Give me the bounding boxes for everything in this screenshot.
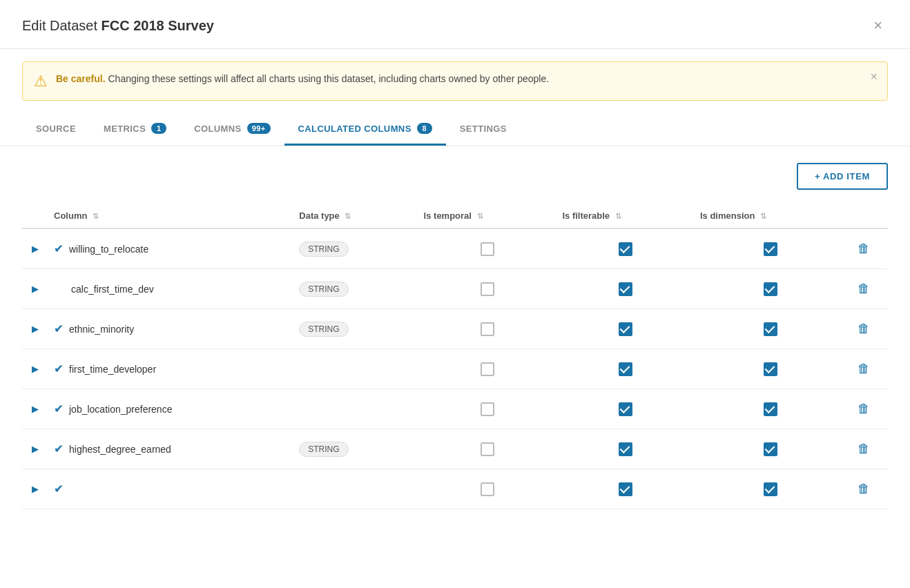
tab-source[interactable]: SOURCE — [22, 114, 90, 146]
toolbar: + ADD ITEM — [22, 163, 888, 190]
warning-icon: ⚠ — [34, 72, 48, 90]
dtype-cell: STRING — [293, 429, 418, 469]
is-filterable-cell[interactable] — [556, 389, 695, 429]
delete-row-button[interactable]: 🗑 — [852, 399, 875, 419]
expand-row-button[interactable]: ▶ — [28, 322, 43, 335]
tab-calculated-columns[interactable]: CALCULATED COLUMNS 8 — [284, 113, 446, 146]
tab-metrics[interactable]: METRICS 1 — [90, 113, 180, 146]
is-dimension-checkbox[interactable] — [764, 442, 777, 456]
column-name-label: first_time_developer — [69, 364, 156, 375]
table-wrap: Column ⇅ Data type ⇅ Is temporal ⇅ Is — [22, 204, 888, 509]
is-filterable-checkbox[interactable] — [619, 242, 632, 256]
delete-row-button[interactable]: 🗑 — [852, 479, 875, 499]
is-dimension-cell[interactable] — [695, 309, 846, 349]
table-row: ▶calc_first_time_devSTRING🗑 — [22, 269, 888, 309]
is-dimension-checkbox[interactable] — [764, 282, 777, 296]
tab-settings[interactable]: SETTINGS — [446, 114, 521, 146]
delete-row-button[interactable]: 🗑 — [852, 359, 875, 379]
is-filterable-cell[interactable] — [556, 309, 695, 349]
dtype-cell: STRING — [293, 228, 418, 269]
is-dimension-cell[interactable] — [695, 269, 846, 309]
table-row: ▶✔highest_degree_earnedSTRING🗑 — [22, 429, 888, 469]
is-filterable-checkbox[interactable] — [619, 442, 632, 456]
table-header-row: Column ⇅ Data type ⇅ Is temporal ⇅ Is — [22, 204, 888, 228]
delete-cell: 🗑 — [846, 269, 888, 309]
is-temporal-checkbox[interactable] — [481, 242, 494, 256]
delete-row-button[interactable]: 🗑 — [852, 319, 875, 339]
is-dimension-cell[interactable] — [695, 389, 846, 429]
filterable-sort-icon[interactable]: ⇅ — [615, 212, 621, 220]
column-name-cell: ✔first_time_developer — [54, 362, 288, 376]
is-temporal-cell[interactable] — [418, 429, 557, 469]
dimension-sort-icon[interactable]: ⇅ — [760, 212, 766, 220]
datatype-sort-icon[interactable]: ⇅ — [345, 212, 351, 220]
is-dimension-checkbox[interactable] — [764, 242, 777, 256]
modal-container: Edit Dataset FCC 2018 Survey × ⚠ Be care… — [0, 0, 910, 588]
is-filterable-checkbox[interactable] — [619, 322, 632, 336]
is-dimension-cell[interactable] — [695, 349, 846, 389]
table-row: ▶✔first_time_developer🗑 — [22, 349, 888, 389]
warning-bold: Be careful. — [56, 73, 106, 84]
is-temporal-cell[interactable] — [418, 269, 557, 309]
column-name-cell: ✔job_location_preference — [54, 402, 288, 416]
column-sort-icon[interactable]: ⇅ — [93, 212, 99, 220]
is-temporal-cell[interactable] — [418, 349, 557, 389]
tab-source-label: SOURCE — [36, 124, 76, 134]
is-temporal-checkbox[interactable] — [481, 282, 494, 296]
tab-calculated-columns-label: CALCULATED COLUMNS — [298, 124, 412, 134]
is-temporal-checkbox[interactable] — [481, 482, 494, 496]
th-datatype: Data type ⇅ — [293, 204, 418, 228]
is-dimension-checkbox[interactable] — [764, 482, 777, 496]
is-dimension-checkbox[interactable] — [764, 322, 777, 336]
delete-row-button[interactable]: 🗑 — [852, 439, 875, 459]
th-temporal: Is temporal ⇅ — [418, 204, 557, 228]
add-item-button[interactable]: + ADD ITEM — [797, 163, 888, 190]
delete-cell: 🗑 — [846, 469, 888, 509]
is-temporal-checkbox[interactable] — [481, 402, 494, 416]
table-row: ▶✔🗑 — [22, 469, 888, 509]
expand-row-button[interactable]: ▶ — [28, 442, 43, 455]
is-temporal-checkbox[interactable] — [481, 362, 494, 376]
expand-row-button[interactable]: ▶ — [28, 402, 43, 415]
warning-dismiss-button[interactable]: × — [870, 70, 878, 83]
is-dimension-checkbox[interactable] — [764, 362, 777, 376]
th-actions — [846, 204, 888, 228]
is-filterable-cell[interactable] — [556, 349, 695, 389]
table-row: ▶✔job_location_preference🗑 — [22, 389, 888, 429]
is-filterable-cell[interactable] — [556, 228, 695, 269]
is-filterable-checkbox[interactable] — [619, 482, 632, 496]
delete-cell: 🗑 — [846, 228, 888, 269]
dtype-badge: STRING — [299, 322, 348, 337]
column-name-label: highest_degree_earned — [69, 444, 171, 455]
expand-row-button[interactable]: ▶ — [28, 242, 43, 255]
is-temporal-cell[interactable] — [418, 309, 557, 349]
expand-row-button[interactable]: ▶ — [28, 362, 43, 375]
tab-columns[interactable]: COLUMNS 99+ — [180, 113, 284, 146]
th-expand — [22, 204, 48, 228]
is-dimension-cell[interactable] — [695, 228, 846, 269]
is-temporal-checkbox[interactable] — [481, 322, 494, 336]
is-dimension-cell[interactable] — [695, 469, 846, 509]
tab-calculated-columns-badge: 8 — [417, 123, 432, 134]
is-dimension-cell[interactable] — [695, 429, 846, 469]
modal-header: Edit Dataset FCC 2018 Survey × — [0, 0, 910, 49]
close-button[interactable]: × — [868, 15, 888, 36]
is-filterable-checkbox[interactable] — [619, 402, 632, 416]
is-temporal-cell[interactable] — [418, 469, 557, 509]
temporal-sort-icon[interactable]: ⇅ — [477, 212, 483, 220]
delete-row-button[interactable]: 🗑 — [852, 279, 875, 299]
is-filterable-checkbox[interactable] — [619, 362, 632, 376]
is-dimension-checkbox[interactable] — [764, 402, 777, 416]
is-filterable-checkbox[interactable] — [619, 282, 632, 296]
is-temporal-cell[interactable] — [418, 228, 557, 269]
is-temporal-checkbox[interactable] — [481, 442, 494, 456]
delete-row-button[interactable]: 🗑 — [852, 239, 875, 259]
tab-columns-label: COLUMNS — [194, 124, 241, 134]
is-temporal-cell[interactable] — [418, 389, 557, 429]
is-filterable-cell[interactable] — [556, 429, 695, 469]
expand-row-button[interactable]: ▶ — [28, 282, 43, 295]
columns-table: Column ⇅ Data type ⇅ Is temporal ⇅ Is — [22, 204, 888, 509]
expand-row-button[interactable]: ▶ — [28, 482, 43, 496]
is-filterable-cell[interactable] — [556, 469, 695, 509]
is-filterable-cell[interactable] — [556, 269, 695, 309]
